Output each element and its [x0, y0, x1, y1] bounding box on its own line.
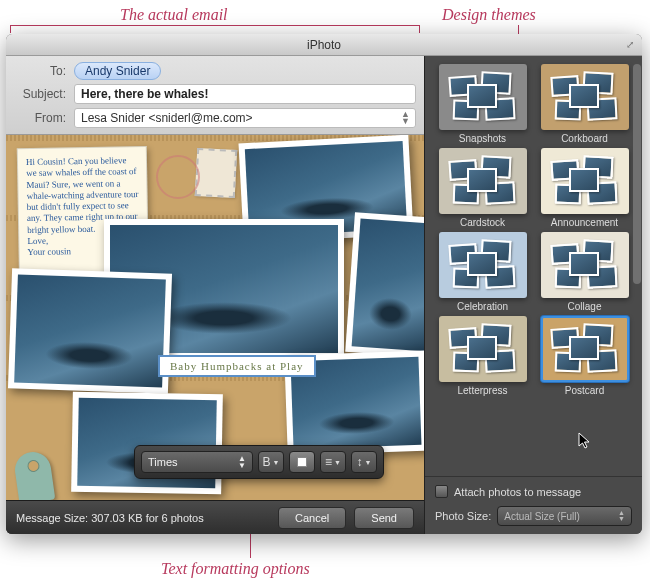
font-select[interactable]: Times ▲▼	[141, 451, 253, 473]
dropdown-arrows-icon: ▲▼	[401, 111, 409, 125]
theme-collage[interactable]: Collage	[539, 232, 631, 312]
themes-grid[interactable]: SnapshotsCorkboardCardstockAnnouncementC…	[425, 56, 642, 476]
photo-4[interactable]	[345, 212, 424, 358]
theme-announcement[interactable]: Announcement	[539, 148, 631, 228]
font-name: Times	[148, 456, 178, 468]
text-color-button[interactable]	[289, 451, 315, 473]
theme-label: Announcement	[551, 217, 618, 228]
cancel-button[interactable]: Cancel	[278, 507, 346, 529]
annotation-actual-email: The actual email	[120, 6, 228, 24]
window-titlebar[interactable]: iPhoto ⤢	[6, 34, 642, 56]
themes-scrollbar[interactable]	[633, 64, 641, 284]
email-header: To: Andy Snider Subject: Here, there be …	[6, 56, 424, 135]
iphoto-email-window: iPhoto ⤢ To: Andy Snider Subject: Here, …	[6, 34, 642, 534]
to-recipient-token[interactable]: Andy Snider	[74, 62, 161, 80]
theme-thumbnail	[541, 64, 629, 130]
line-spacing-button[interactable]: ↕▼	[351, 451, 377, 473]
theme-label: Snapshots	[459, 133, 506, 144]
theme-label: Cardstock	[460, 217, 505, 228]
theme-corkboard[interactable]: Corkboard	[539, 64, 631, 144]
theme-postcard[interactable]: Postcard	[539, 316, 631, 396]
send-button[interactable]: Send	[354, 507, 414, 529]
annotation-bracket-email	[10, 25, 420, 33]
theme-snapshots[interactable]: Snapshots	[437, 64, 529, 144]
message-size-label: Message Size: 307.03 KB for 6 photos	[16, 512, 270, 524]
themes-pane: SnapshotsCorkboardCardstockAnnouncementC…	[424, 56, 642, 534]
theme-label: Letterpress	[457, 385, 507, 396]
annotation-design-themes: Design themes	[442, 6, 536, 24]
photo-size-label: Photo Size:	[435, 510, 491, 522]
to-label: To:	[14, 64, 74, 78]
spacing-icon: ↕	[357, 455, 363, 469]
theme-label: Celebration	[457, 301, 508, 312]
align-button[interactable]: ≡▼	[320, 451, 346, 473]
theme-cardstock[interactable]: Cardstock	[437, 148, 529, 228]
attach-photos-label: Attach photos to message	[454, 486, 581, 498]
email-pane: To: Andy Snider Subject: Here, there be …	[6, 56, 424, 534]
main-area: To: Andy Snider Subject: Here, there be …	[6, 56, 642, 534]
themes-footer: Attach photos to message Photo Size: Act…	[425, 476, 642, 534]
from-value: Lesa Snider <sniderl@me.com>	[81, 111, 253, 125]
postage-stamp	[195, 148, 237, 198]
annotation-text-formatting: Text formatting options	[161, 560, 310, 578]
from-select[interactable]: Lesa Snider <sniderl@me.com> ▲▼	[74, 108, 416, 128]
cursor-icon	[578, 432, 592, 450]
photo-3[interactable]	[8, 268, 172, 394]
theme-thumbnail	[541, 316, 629, 382]
theme-thumbnail	[439, 64, 527, 130]
postmark-icon	[156, 155, 200, 199]
theme-thumbnail	[439, 148, 527, 214]
theme-thumbnail	[541, 232, 629, 298]
theme-thumbnail	[439, 232, 527, 298]
theme-letterpress[interactable]: Letterpress	[437, 316, 529, 396]
from-label: From:	[14, 111, 74, 125]
footer-bar: Message Size: 307.03 KB for 6 photos Can…	[6, 500, 424, 534]
photo-caption[interactable]: Baby Humpbacks at Play	[158, 355, 316, 377]
subject-input[interactable]: Here, there be whales!	[74, 84, 416, 104]
subject-label: Subject:	[14, 87, 74, 101]
color-swatch-icon	[297, 457, 307, 467]
price-tag-decoration	[13, 450, 56, 500]
bold-button[interactable]: B▼	[258, 451, 284, 473]
email-canvas[interactable]: Hi Cousin! Can you believe we saw whales…	[6, 135, 424, 500]
text-format-toolbar: Times ▲▼ B▼ ≡▼ ↕▼	[134, 445, 384, 479]
theme-celebration[interactable]: Celebration	[437, 232, 529, 312]
attach-photos-checkbox[interactable]: Attach photos to message	[435, 485, 632, 498]
bold-icon: B	[263, 455, 271, 469]
theme-label: Collage	[568, 301, 602, 312]
fullscreen-icon[interactable]: ⤢	[624, 38, 636, 50]
dropdown-arrows-icon: ▲▼	[238, 455, 246, 469]
window-title: iPhoto	[307, 38, 341, 52]
theme-thumbnail	[439, 316, 527, 382]
photo-size-value: Actual Size (Full)	[504, 511, 580, 522]
align-icon: ≡	[325, 455, 332, 469]
checkbox-icon	[435, 485, 448, 498]
theme-label: Postcard	[565, 385, 604, 396]
dropdown-arrows-icon: ▲▼	[618, 510, 625, 522]
theme-label: Corkboard	[561, 133, 608, 144]
theme-thumbnail	[541, 148, 629, 214]
photo-size-select[interactable]: Actual Size (Full) ▲▼	[497, 506, 632, 526]
